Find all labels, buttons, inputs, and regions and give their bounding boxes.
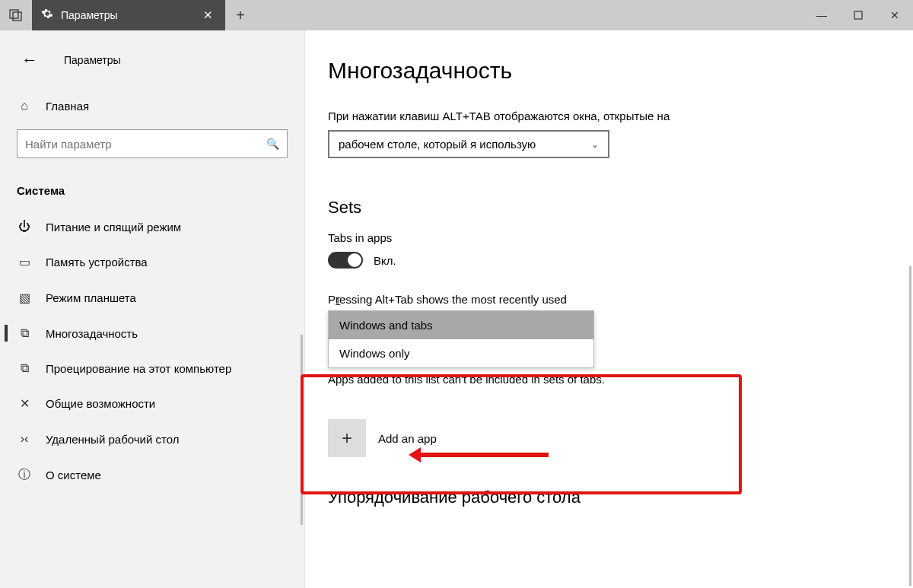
page-title: Многозадачность: [328, 58, 913, 84]
multitasking-icon: ⧉: [17, 326, 32, 340]
tablet-icon: ▧: [17, 291, 32, 305]
sidebar-category: Система: [0, 172, 304, 209]
sidebar-scrollbar[interactable]: [301, 335, 303, 525]
sidebar-home[interactable]: ⌂ Главная: [0, 88, 304, 123]
title-bar: Параметры ✕ + — ✕: [0, 0, 913, 30]
add-tab-button[interactable]: +: [225, 0, 256, 30]
sidebar-item-projecting[interactable]: ⧉ Проецирование на этот компьютер: [0, 351, 304, 386]
sidebar-item-label: Питание и спящий режим: [46, 221, 181, 234]
snap-heading: Упорядочивание рабочего стола: [328, 488, 913, 507]
window-controls: — ✕: [803, 0, 913, 30]
alt-tab-desc: При нажатии клавиш ALT+TAB отображаются …: [328, 110, 913, 122]
add-app-button[interactable]: +: [328, 419, 366, 457]
sidebar-item-tablet[interactable]: ▧ Режим планшета: [0, 280, 304, 316]
info-icon: ⓘ: [17, 467, 32, 483]
maximize-button[interactable]: [840, 0, 876, 30]
sidebar-item-power[interactable]: ⏻ Питание и спящий режим: [0, 209, 304, 244]
gear-icon: [41, 8, 53, 23]
sidebar-item-shared[interactable]: ✕ Общие возможности: [0, 386, 304, 421]
sidebar-item-multitasking[interactable]: ⧉ Многозадачность: [0, 316, 304, 351]
sidebar-item-label: Проецирование на этот компьютер: [46, 362, 231, 375]
search-box[interactable]: 🔍: [17, 129, 288, 158]
sidebar-item-label: Общие возможности: [46, 397, 155, 410]
chevron-down-icon: ⌄: [591, 139, 599, 150]
tab-title: Параметры: [61, 9, 192, 21]
minimize-button[interactable]: —: [803, 0, 840, 30]
search-input[interactable]: [25, 138, 266, 151]
sidebar-item-label: Память устройства: [46, 256, 148, 269]
storage-icon: ▭: [17, 255, 32, 269]
projecting-icon: ⧉: [17, 361, 32, 375]
add-app-label: Add an app: [378, 432, 437, 445]
breadcrumb: Параметры: [64, 54, 121, 66]
remote-icon: ›‹: [17, 432, 32, 446]
main-panel: Многозадачность При нажатии клавиш ALT+T…: [304, 30, 913, 588]
close-window-button[interactable]: ✕: [876, 0, 913, 30]
svg-rect-1: [13, 12, 21, 21]
home-icon: ⌂: [17, 99, 32, 113]
dropdown-value: рабочем столе, который я использую: [339, 138, 536, 151]
tabs-in-apps-label: Tabs in apps: [328, 231, 913, 244]
sidebar-item-label: Режим планшета: [46, 291, 136, 304]
sidebar-item-label: Удаленный рабочий стол: [46, 433, 179, 446]
toggle-state-label: Вкл.: [374, 254, 396, 267]
sidebar-item-label: Многозадачность: [46, 327, 138, 340]
taskview-icon[interactable]: [0, 0, 32, 30]
back-button[interactable]: ←: [15, 47, 44, 73]
excluded-apps-label: Apps added to this list can't be include…: [328, 373, 913, 386]
tabs-in-apps-toggle[interactable]: [328, 252, 363, 269]
svg-rect-0: [10, 10, 18, 18]
sidebar-item-label: О системе: [46, 469, 101, 482]
sidebar-item-storage[interactable]: ▭ Память устройства: [0, 244, 304, 280]
sidebar-item-remote[interactable]: ›‹ Удаленный рабочий стол: [0, 421, 304, 456]
sidebar-item-about[interactable]: ⓘ О системе: [0, 456, 304, 494]
close-tab-icon[interactable]: ✕: [200, 5, 216, 25]
tab-settings[interactable]: Параметры ✕: [32, 0, 225, 30]
sidebar: ← Параметры ⌂ Главная 🔍 Система ⏻ Питани…: [0, 30, 304, 588]
svg-rect-2: [854, 11, 862, 19]
main-scrollbar[interactable]: [909, 266, 911, 586]
alt-tab-shows-dropdown[interactable]: Windows and tabs Windows only: [328, 310, 594, 368]
alt-tab-shows-label: Pressing Alt+Tab shows the most recently…: [328, 293, 913, 306]
sets-heading: Sets: [328, 198, 913, 218]
power-icon: ⏻: [17, 220, 32, 234]
alt-tab-virtualdesktop-dropdown[interactable]: рабочем столе, который я использую ⌄: [328, 130, 609, 158]
dropdown-option-windows-only[interactable]: Windows only: [329, 339, 593, 367]
dropdown-option-windows-and-tabs[interactable]: Windows and tabs: [329, 311, 593, 339]
shared-icon: ✕: [17, 396, 32, 411]
sidebar-item-label: Главная: [46, 100, 89, 113]
search-icon: 🔍: [266, 138, 279, 150]
